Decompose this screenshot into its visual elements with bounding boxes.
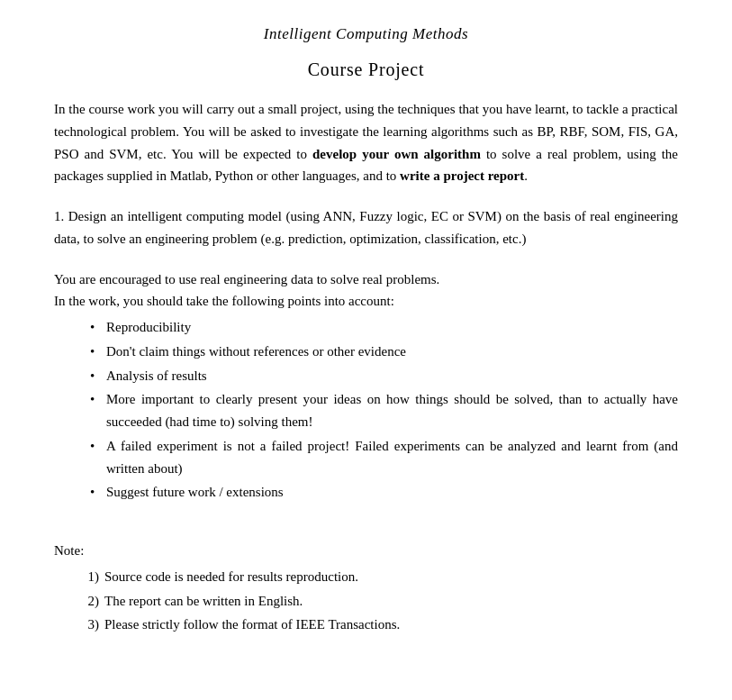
list-item: 1) Source code is needed for results rep… <box>81 566 678 588</box>
project-title: Course Project <box>54 59 678 80</box>
points-section: You are encouraged to use real engineeri… <box>54 268 678 505</box>
points-intro-1: You are encouraged to use real engineeri… <box>54 268 678 291</box>
list-item: Don't claim things without references or… <box>90 341 678 363</box>
list-item: Suggest future work / extensions <box>90 481 678 504</box>
list-item: 3) Please strictly follow the format of … <box>81 614 678 636</box>
list-item: More important to clearly present your i… <box>90 388 678 433</box>
note-section: Note: 1) Source code is needed for resul… <box>54 540 678 636</box>
note-item-2: The report can be written in English. <box>104 590 303 613</box>
intro-paragraph: In the course work you will carry out a … <box>54 98 678 187</box>
page-title-section: Course Project <box>54 59 678 80</box>
note-item-3: Please strictly follow the format of IEE… <box>104 614 400 636</box>
bullet-list: Reproducibility Don't claim things witho… <box>90 316 678 504</box>
list-item: 2) The report can be written in English. <box>81 590 678 613</box>
project-description: 1. Design an intelligent computing model… <box>54 205 678 250</box>
list-item: A failed experiment is not a failed proj… <box>90 435 678 480</box>
project-desc-text: 1. Design an intelligent computing model… <box>54 205 678 250</box>
points-intro-2: In the work, you should take the followi… <box>54 290 678 313</box>
bold-develop: develop your own algorithm <box>312 147 481 161</box>
note-label: Note: <box>54 540 678 562</box>
intro-text-3: . <box>524 168 528 183</box>
page-header: Intelligent Computing Methods <box>54 25 678 43</box>
bold-write: write a project report <box>400 168 524 183</box>
note-list: 1) Source code is needed for results rep… <box>81 566 678 636</box>
list-item: Reproducibility <box>90 316 678 339</box>
course-title: Intelligent Computing Methods <box>54 25 678 43</box>
note-item-1: Source code is needed for results reprod… <box>104 566 358 588</box>
list-item: Analysis of results <box>90 365 678 387</box>
